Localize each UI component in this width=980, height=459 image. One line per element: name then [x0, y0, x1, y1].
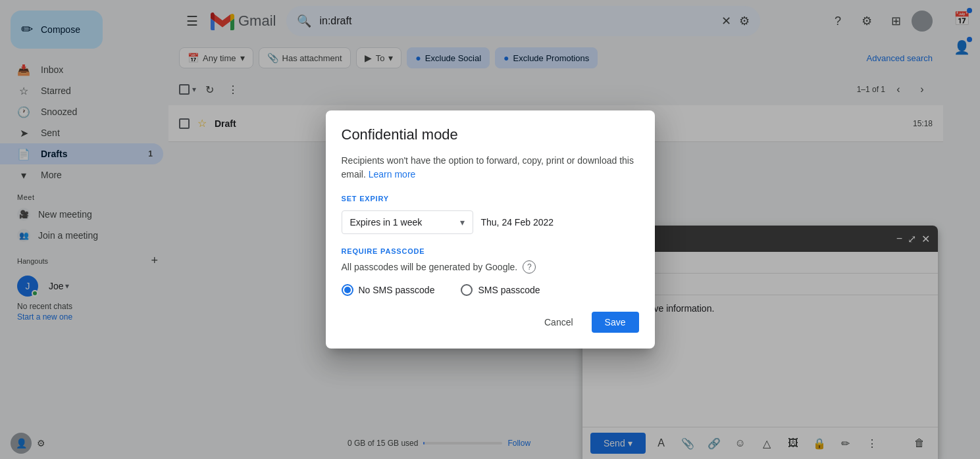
dialog-footer: Cancel Save — [342, 312, 639, 333]
learn-more-link[interactable]: Learn more — [369, 169, 416, 180]
radio-group: No SMS passcode SMS passcode — [342, 284, 639, 296]
expiry-selected-value: Expires in 1 week — [350, 217, 423, 228]
dialog-description: Recipients won't have the option to forw… — [342, 154, 639, 181]
modal-overlay: Confidential mode Recipients won't have … — [0, 0, 980, 459]
gmail-background: ✏ Compose 📥 Inbox ☆ Starred 🕐 Snoozed ➤ … — [0, 0, 980, 459]
require-passcode-label[interactable]: REQUIRE PASSCODE — [342, 247, 639, 255]
no-sms-label: No SMS passcode — [359, 285, 435, 295]
no-sms-radio[interactable]: No SMS passcode — [342, 284, 435, 296]
dialog-title: Confidential mode — [342, 126, 639, 143]
save-button[interactable]: Save — [592, 312, 639, 333]
passcode-help-icon[interactable]: ? — [523, 260, 536, 274]
no-sms-radio-button[interactable] — [342, 284, 353, 296]
expiry-date: Thu, 24 Feb 2022 — [481, 217, 554, 228]
expiry-select[interactable]: Expires in 1 week ▾ — [342, 210, 473, 234]
confidential-mode-dialog: Confidential mode Recipients won't have … — [326, 110, 655, 349]
radio-selected-indicator — [344, 287, 351, 293]
expiry-row: Expires in 1 week ▾ Thu, 24 Feb 2022 — [342, 210, 639, 234]
set-expiry-label[interactable]: SET EXPIRY — [342, 195, 639, 203]
passcode-description: All passcodes will be generated by Googl… — [342, 260, 639, 274]
sms-radio-button[interactable] — [461, 284, 473, 296]
cancel-button[interactable]: Cancel — [531, 312, 586, 333]
sms-label: SMS passcode — [478, 285, 540, 295]
sms-radio[interactable]: SMS passcode — [461, 284, 540, 296]
select-arrow-icon: ▾ — [460, 217, 465, 228]
